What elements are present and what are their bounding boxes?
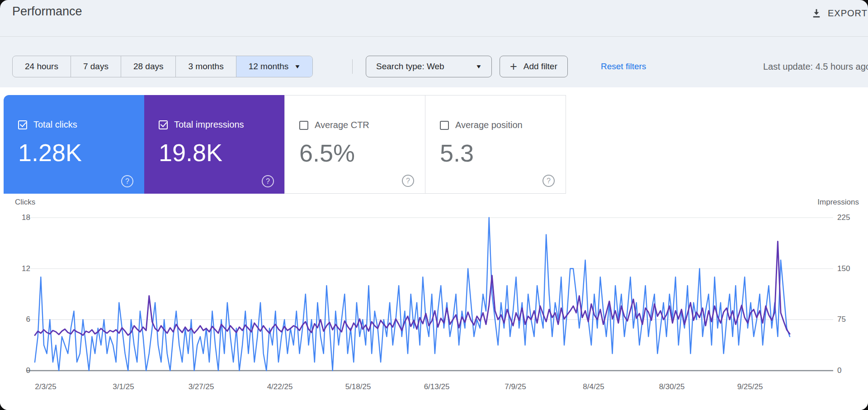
help-circle-icon[interactable]: ? — [402, 175, 414, 187]
series-line-impressions — [35, 241, 790, 335]
metric-cards-row: Total clicks1.28K?Total impressions19.8K… — [4, 95, 566, 194]
card-header: Average CTR — [299, 120, 369, 130]
time-range-7-days[interactable]: 7 days — [71, 56, 121, 77]
add-filter-label: Add filter — [524, 62, 557, 72]
time-range-12-months[interactable]: 12 months▼ — [236, 56, 313, 77]
metric-card-total-impressions[interactable]: Total impressions19.8K? — [144, 95, 285, 194]
time-range-label: 24 hours — [25, 62, 58, 72]
chevron-down-icon: ▼ — [294, 63, 301, 70]
checkbox-average-position[interactable] — [440, 121, 449, 130]
time-range-label: 7 days — [83, 62, 108, 72]
x-axis-label: 3/1/25 — [85, 382, 162, 391]
time-range-24-hours[interactable]: 24 hours — [13, 56, 71, 77]
search-type-label: Search type: Web — [376, 62, 444, 72]
checkbox-total-impressions[interactable] — [159, 120, 168, 129]
help-circle-icon[interactable]: ? — [121, 175, 133, 187]
help-circle-icon[interactable]: ? — [262, 175, 274, 187]
series-line-clicks — [35, 218, 790, 371]
export-label: EXPORT — [828, 8, 868, 19]
download-icon — [811, 8, 822, 19]
card-label: Average CTR — [315, 120, 369, 130]
help-circle-icon[interactable]: ? — [542, 175, 555, 187]
right-axis-tick: 150 — [837, 264, 864, 274]
right-axis-tick: 0 — [837, 366, 864, 376]
left-axis-tick: 18 — [0, 213, 30, 223]
card-header: Total impressions — [159, 119, 244, 130]
left-axis-tick: 6 — [0, 315, 30, 324]
search-type-dropdown[interactable]: Search type: Web ▼ — [366, 56, 492, 77]
card-header: Average position — [440, 120, 523, 130]
metric-card-average-position[interactable]: Average position5.3? — [425, 95, 566, 194]
left-axis-tick: 12 — [0, 264, 30, 274]
metric-card-total-clicks[interactable]: Total clicks1.28K? — [4, 95, 144, 194]
last-update-text: Last update: 4.5 hours ago — [763, 56, 868, 77]
time-range-label: 28 days — [133, 62, 164, 72]
right-axis-tick: 225 — [837, 213, 864, 223]
right-axis-tick: 75 — [837, 315, 864, 324]
performance-line-chart[interactable] — [0, 205, 868, 373]
card-header: Total clicks — [18, 119, 77, 130]
card-label: Average position — [455, 120, 523, 130]
x-axis-label: 8/30/25 — [633, 382, 711, 391]
card-value: 19.8K — [159, 138, 222, 167]
chevron-down-icon: ▼ — [476, 63, 482, 70]
checkbox-total-clicks[interactable] — [18, 120, 27, 129]
x-axis-label: 9/25/25 — [711, 382, 789, 391]
page-title: Performance — [12, 5, 82, 19]
card-value: 5.3 — [440, 139, 474, 167]
x-axis-label: 4/22/25 — [241, 382, 319, 391]
x-axis-label: 3/27/25 — [162, 382, 240, 391]
plus-icon: + — [510, 61, 517, 73]
export-button[interactable]: EXPORT — [811, 8, 868, 19]
time-range-label: 3 months — [188, 62, 223, 72]
card-label: Total impressions — [174, 119, 244, 130]
x-axis-label: 6/13/25 — [398, 382, 476, 391]
time-range-3-months[interactable]: 3 months — [175, 56, 236, 77]
x-axis-label: 8/4/25 — [555, 382, 632, 391]
x-axis-label: 5/18/25 — [319, 382, 397, 391]
card-value: 1.28K — [18, 138, 82, 167]
search-console-performance-page: Performance EXPORT 24 hours7 days28 days… — [0, 0, 868, 410]
time-range-28-days[interactable]: 28 days — [121, 56, 176, 77]
metric-card-average-ctr[interactable]: Average CTR6.5%? — [284, 95, 425, 194]
add-filter-button[interactable]: + Add filter — [500, 56, 568, 77]
checkbox-average-ctr[interactable] — [299, 121, 308, 130]
left-axis-tick: 0 — [0, 366, 30, 376]
time-range-group: 24 hours7 days28 days3 months12 months▼ — [12, 56, 313, 77]
filter-divider — [352, 59, 353, 74]
time-range-label: 12 months — [249, 62, 289, 72]
card-label: Total clicks — [33, 119, 77, 130]
header-divider — [0, 36, 868, 37]
x-axis-label: 7/9/25 — [476, 382, 554, 391]
x-axis-label: 2/3/25 — [7, 382, 85, 391]
card-value: 6.5% — [299, 139, 355, 167]
reset-filters-link[interactable]: Reset filters — [601, 56, 646, 77]
